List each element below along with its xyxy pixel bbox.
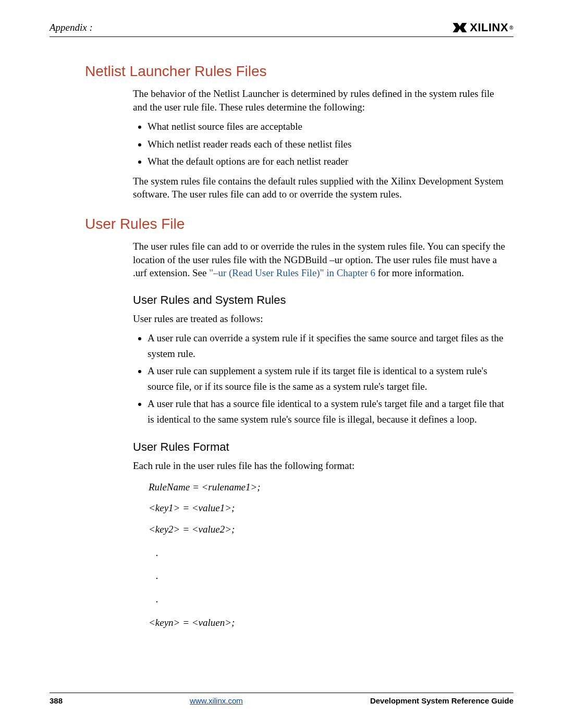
netlist-bullet-list: What netlist source files are acceptable…: [133, 119, 508, 169]
xilinx-logo: XILINX®: [452, 21, 513, 34]
system-rules-intro: User rules are treated as follows:: [133, 312, 508, 326]
format-intro: Each rule in the user rules file has the…: [133, 459, 508, 473]
list-item: Which netlist reader reads each of these…: [148, 137, 508, 152]
subsection-title-format: User Rules Format: [133, 440, 508, 454]
logo-registered: ®: [509, 25, 513, 31]
list-item: What the default options are for each ne…: [148, 154, 508, 169]
system-rules-bullet-list: A user rule can override a system rule i…: [133, 330, 508, 427]
appendix-label: Appendix :: [50, 22, 93, 33]
code-ellipsis: .: [156, 547, 508, 560]
code-line: <key2> = <value2>;: [149, 523, 508, 536]
netlist-intro-paragraph: The behavior of the Netlist Launcher is …: [133, 87, 508, 114]
page-footer: 388 www.xilinx.com Development System Re…: [50, 693, 513, 705]
footer-url-link[interactable]: www.xilinx.com: [190, 696, 243, 705]
subsection-title-system-rules: User Rules and System Rules: [133, 293, 508, 307]
section-title-netlist: Netlist Launcher Rules Files: [85, 63, 513, 80]
logo-text: XILINX: [470, 21, 508, 34]
list-item: A user rule that has a source file ident…: [148, 396, 508, 427]
chapter-link[interactable]: "–ur (Read User Rules File)" in Chapter …: [209, 267, 375, 278]
section-title-user-rules: User Rules File: [85, 216, 513, 232]
code-ellipsis: .: [156, 593, 508, 606]
user-rules-intro-paragraph: The user rules file can add to or overri…: [133, 240, 508, 280]
footer-guide-title: Development System Reference Guide: [370, 696, 513, 705]
page-header: Appendix : XILINX®: [50, 21, 513, 37]
page-number: 388: [50, 696, 63, 705]
list-item: What netlist source files are acceptable: [148, 119, 508, 134]
code-line: <keyn> = <valuen>;: [149, 616, 508, 630]
code-ellipsis: .: [156, 570, 508, 583]
list-item: A user rule can override a system rule i…: [148, 330, 508, 361]
code-line: RuleName = <rulename1>;: [149, 481, 508, 494]
code-block: RuleName = <rulename1>; <key1> = <value1…: [149, 481, 508, 630]
code-line: <key1> = <value1>;: [149, 502, 508, 515]
xilinx-logo-icon: [452, 21, 468, 34]
list-item: A user rule can supplement a system rule…: [148, 363, 508, 394]
text-part: for more information.: [375, 267, 464, 278]
netlist-closing-paragraph: The system rules file contains the defau…: [133, 175, 508, 201]
